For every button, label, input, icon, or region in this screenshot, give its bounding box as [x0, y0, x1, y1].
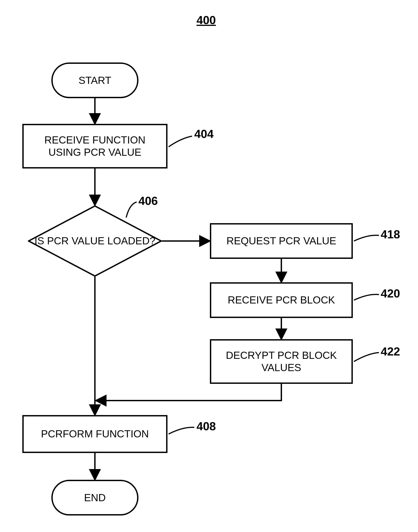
- node-418-label: REQUEST PCR VALUE: [226, 235, 336, 247]
- node-418-request-pcr: REQUEST PCR VALUE: [210, 223, 353, 259]
- node-404-label: RECEIVE FUNCTION USING PCR VALUE: [28, 134, 162, 158]
- flowchart-canvas: 400 START RECEIVE FUNCTION USING PCR VAL…: [0, 0, 418, 532]
- node-start-label: START: [79, 74, 111, 86]
- callout-408: 408: [197, 419, 216, 433]
- callout-422: 422: [381, 345, 400, 358]
- node-420-receive-block: RECEIVE PCR BLOCK: [210, 282, 353, 318]
- node-408-perform-function: PCRFORM FUNCTION: [22, 415, 167, 453]
- node-start: START: [51, 62, 139, 98]
- node-404-receive-function: RECEIVE FUNCTION USING PCR VALUE: [22, 124, 167, 169]
- node-408-label: PCRFORM FUNCTION: [41, 428, 149, 440]
- node-422-decrypt-block: DECRYPT PCR BLOCK VALUES: [210, 339, 353, 384]
- callout-404: 404: [194, 127, 214, 141]
- callout-420: 420: [381, 287, 400, 300]
- node-406-label: IS PCR VALUE LOADED?: [35, 235, 155, 247]
- node-420-label: RECEIVE PCR BLOCK: [228, 294, 335, 306]
- node-422-label: DECRYPT PCR BLOCK VALUES: [216, 349, 347, 374]
- node-end-label: END: [84, 492, 106, 504]
- callout-418: 418: [381, 228, 400, 241]
- figure-number: 400: [197, 13, 216, 27]
- node-406-decision: IS PCR VALUE LOADED?: [28, 205, 162, 277]
- callout-406: 406: [139, 194, 158, 207]
- node-end: END: [51, 480, 139, 515]
